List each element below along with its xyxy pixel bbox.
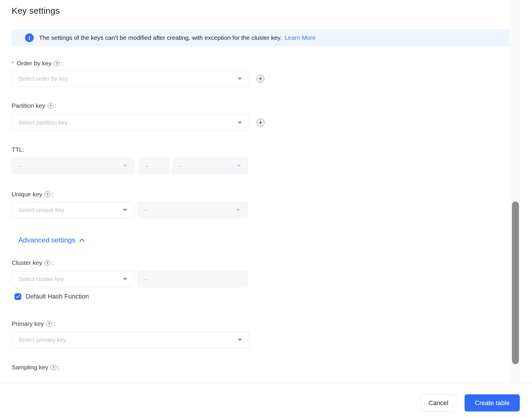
plus-circle-icon — [257, 119, 264, 126]
partition-key-label-text: Partition key — [12, 102, 45, 109]
order-by-key-label: * Order by key ? : — [12, 60, 532, 67]
colon: : — [58, 364, 60, 371]
default-hash-function-label: Default Hash Function — [26, 293, 89, 300]
colon: : — [52, 191, 53, 198]
help-icon[interactable]: ? — [44, 191, 50, 197]
primary-key-placeholder: Select primary key — [18, 337, 66, 343]
chevron-up-icon — [79, 238, 85, 244]
primary-key-label: Primary key ? : — [12, 320, 532, 327]
scrollbar-track[interactable] — [511, 0, 520, 383]
ttl-column-value: – — [18, 163, 22, 169]
ttl-number-value: – — [145, 163, 148, 169]
caret-down-icon — [236, 209, 240, 211]
help-icon[interactable]: ? — [54, 60, 60, 66]
help-icon[interactable]: ? — [44, 260, 50, 266]
ttl-label-text: TTL: — [12, 146, 24, 153]
sampling-key-label: Sampling key ? : — [12, 364, 532, 371]
help-icon[interactable]: ? — [46, 321, 52, 327]
caret-down-icon — [238, 339, 242, 341]
scrollbar-thumb[interactable] — [512, 202, 519, 364]
caret-down-icon — [123, 165, 127, 167]
cluster-key-label: Cluster key ? : — [12, 259, 532, 266]
add-order-by-key-button[interactable] — [257, 75, 264, 82]
caret-down-icon — [238, 121, 242, 124]
ttl-unit-value: – — [179, 163, 182, 169]
unique-key-select[interactable]: Select unique key — [12, 202, 134, 218]
cluster-key-secondary-value: – — [144, 276, 148, 283]
primary-key-select[interactable]: Select primary key — [12, 332, 249, 348]
order-by-key-label-text: Order by key — [17, 60, 51, 67]
cluster-key-secondary-input[interactable]: – — [138, 271, 247, 287]
page-title: Key settings — [12, 0, 532, 16]
ttl-label: TTL: — [12, 146, 532, 153]
create-table-button[interactable]: Create table — [465, 394, 520, 411]
unique-key-label-text: Unique key — [12, 191, 42, 198]
partition-key-placeholder: Select partition key — [18, 119, 67, 126]
colon: : — [52, 259, 53, 266]
default-hash-function-row: Default Hash Function — [15, 292, 532, 301]
primary-key-label-text: Primary key — [12, 320, 44, 327]
unique-key-secondary-select[interactable]: – — [138, 202, 247, 218]
unique-key-placeholder: Select unique key — [18, 207, 64, 213]
help-icon[interactable]: ? — [51, 364, 56, 370]
ttl-unit-select[interactable]: – — [172, 158, 248, 174]
ttl-column-select[interactable]: – — [12, 158, 134, 174]
banner-text: The settings of the keys can’t be modifi… — [39, 34, 282, 41]
unique-key-secondary-value: – — [144, 207, 148, 213]
caret-down-icon — [123, 278, 127, 281]
colon: : — [55, 102, 57, 109]
required-marker: * — [12, 60, 14, 67]
default-hash-function-checkbox[interactable] — [15, 293, 21, 300]
cancel-button[interactable]: Cancel — [420, 394, 456, 411]
add-partition-key-button[interactable] — [257, 119, 264, 126]
unique-key-label: Unique key ? : — [12, 191, 532, 198]
info-banner: i The settings of the keys can’t be modi… — [12, 29, 510, 46]
ttl-number-input[interactable]: – — [138, 158, 169, 174]
colon: : — [53, 320, 55, 327]
colon: : — [61, 60, 63, 67]
info-icon: i — [25, 33, 34, 42]
caret-down-icon — [237, 165, 241, 167]
order-by-key-select[interactable]: Select order by key — [12, 71, 249, 87]
advanced-settings-toggle[interactable]: Advanced settings — [18, 236, 84, 244]
modal-footer: Cancel Create table — [0, 383, 532, 417]
order-by-key-placeholder: Select order by key — [18, 76, 68, 82]
create-table-modal: Key settings i The settings of the keys … — [0, 0, 532, 417]
sampling-key-label-text: Sampling key — [12, 364, 48, 371]
plus-circle-icon — [257, 75, 264, 82]
cluster-key-label-text: Cluster key — [12, 259, 42, 266]
partition-key-select[interactable]: Select partition key — [12, 114, 249, 131]
learn-more-link[interactable]: Learn More — [284, 34, 315, 41]
key-settings-section: Key settings i The settings of the keys … — [0, 0, 532, 383]
advanced-settings-label: Advanced settings — [18, 236, 75, 244]
caret-down-icon — [238, 78, 242, 80]
help-icon[interactable]: ? — [48, 103, 53, 109]
cluster-key-placeholder: Select cluster key — [18, 276, 64, 283]
cluster-key-select[interactable]: Select cluster key — [12, 271, 134, 287]
partition-key-label: Partition key ? : — [12, 102, 532, 109]
caret-down-icon — [123, 209, 127, 211]
